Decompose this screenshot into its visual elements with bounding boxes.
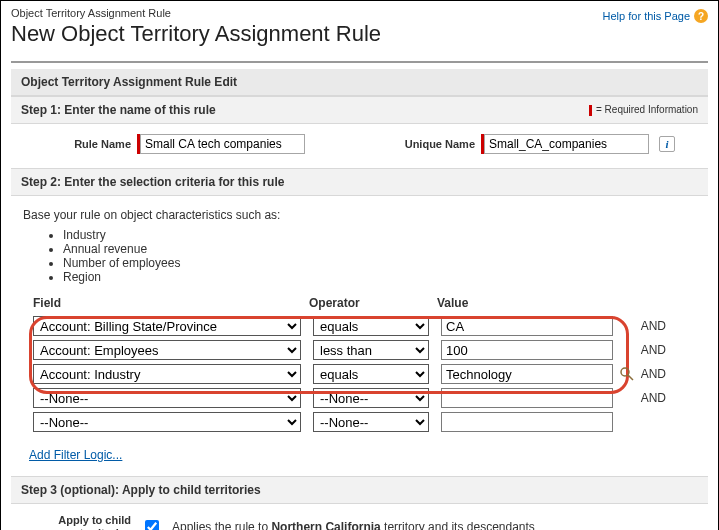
logic-label: AND	[641, 391, 696, 405]
svg-point-0	[621, 368, 629, 376]
rule-name-label: Rule Name	[21, 138, 131, 150]
step2-body: Base your rule on object characteristics…	[11, 196, 708, 476]
apply-to-child-checkbox[interactable]	[145, 520, 159, 530]
value-input[interactable]	[441, 412, 613, 432]
criteria-row: --None----None--AND	[23, 386, 696, 410]
unique-name-label: Unique Name	[365, 138, 475, 150]
criteria-row: --None----None--	[23, 410, 696, 434]
list-item: Number of employees	[63, 256, 696, 270]
unique-name-field: Unique Name i	[365, 134, 675, 154]
page-container: Object Territory Assignment Rule New Obj…	[0, 0, 719, 530]
operator-select[interactable]: less than	[313, 340, 429, 360]
list-item: Region	[63, 270, 696, 284]
criteria-row: Account: Billing State/ProvinceequalsAND	[23, 314, 696, 338]
step2-title: Step 2: Enter the selection criteria for…	[21, 175, 284, 189]
rule-name-input[interactable]	[140, 134, 305, 154]
logic-label: AND	[641, 343, 696, 357]
rule-name-field: Rule Name	[21, 134, 305, 154]
operator-select[interactable]: --None--	[313, 388, 429, 408]
top-row: Object Territory Assignment Rule New Obj…	[11, 7, 708, 57]
required-info: = Required Information	[589, 104, 698, 116]
apply-to-child-text: Applies the rule to Northern California …	[172, 520, 535, 530]
col-operator-header: Operator	[309, 296, 437, 310]
help-for-page-link[interactable]: Help for this Page ?	[603, 7, 708, 23]
value-input[interactable]	[441, 388, 613, 408]
page-title: New Object Territory Assignment Rule	[11, 21, 603, 47]
criteria-table: Field Operator Value Account: Billing St…	[23, 294, 696, 434]
logic-label: AND	[641, 319, 696, 333]
step1-header: Step 1: Enter the name of this rule = Re…	[11, 96, 708, 124]
field-select[interactable]: Account: Billing State/Province	[33, 316, 301, 336]
list-item: Annual revenue	[63, 242, 696, 256]
operator-select[interactable]: equals	[313, 364, 429, 384]
value-input[interactable]	[441, 316, 613, 336]
field-select[interactable]: Account: Industry	[33, 364, 301, 384]
breadcrumb: Object Territory Assignment Rule	[11, 7, 603, 19]
field-select[interactable]: --None--	[33, 388, 301, 408]
value-input[interactable]	[441, 364, 613, 384]
col-value-header: Value	[437, 296, 617, 310]
required-bar-icon	[589, 105, 592, 116]
field-select[interactable]: Account: Employees	[33, 340, 301, 360]
characteristic-list: Industry Annual revenue Number of employ…	[63, 228, 696, 284]
help-link-label: Help for this Page	[603, 10, 690, 22]
panel-divider	[11, 61, 708, 63]
add-filter-logic-link[interactable]: Add Filter Logic...	[29, 448, 122, 462]
edit-section-header: Object Territory Assignment Rule Edit	[11, 69, 708, 96]
svg-line-1	[628, 375, 633, 380]
field-select[interactable]: --None--	[33, 412, 301, 432]
criteria-row: Account: Employeesless thanAND	[23, 338, 696, 362]
step3-row: Apply to child territories Applies the r…	[11, 504, 708, 530]
value-input[interactable]	[441, 340, 613, 360]
info-icon[interactable]: i	[659, 136, 675, 152]
operator-select[interactable]: --None--	[313, 412, 429, 432]
step1-form-row: Rule Name Unique Name i	[11, 124, 708, 168]
step3-header: Step 3 (optional): Apply to child territ…	[11, 476, 708, 504]
criteria-row: Account: IndustryequalsAND	[23, 362, 696, 386]
lookup-icon[interactable]	[619, 366, 635, 382]
step3-title: Step 3 (optional): Apply to child territ…	[21, 483, 261, 497]
step2-intro: Base your rule on object characteristics…	[23, 208, 696, 222]
logic-label: AND	[641, 367, 696, 381]
title-block: Object Territory Assignment Rule New Obj…	[11, 7, 603, 57]
help-icon: ?	[694, 9, 708, 23]
apply-to-child-label: Apply to child territories	[21, 514, 131, 530]
operator-select[interactable]: equals	[313, 316, 429, 336]
step1-title: Step 1: Enter the name of this rule	[21, 103, 216, 117]
list-item: Industry	[63, 228, 696, 242]
col-field-header: Field	[29, 296, 309, 310]
criteria-header-row: Field Operator Value	[23, 294, 696, 314]
step2-header: Step 2: Enter the selection criteria for…	[11, 168, 708, 196]
unique-name-input[interactable]	[484, 134, 649, 154]
